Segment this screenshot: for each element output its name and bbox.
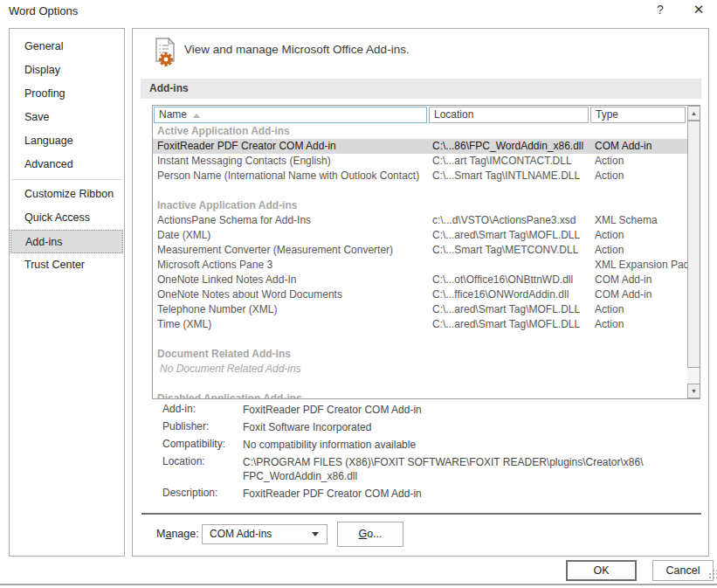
addins-page-icon <box>151 37 181 72</box>
sidebar-item-trust-center[interactable]: Trust Center <box>10 253 124 277</box>
table-row[interactable]: FoxitReader PDF Creator COM Add-inC:\...… <box>153 139 687 154</box>
sort-ascending-icon <box>193 114 200 118</box>
addins-list: Name Location Type Active Application Ad… <box>152 105 700 399</box>
column-header-type[interactable]: Type <box>590 107 686 123</box>
detail-row: Compatibility:No compatibility informati… <box>162 438 686 452</box>
detail-value: Foxit Software Incorporated <box>243 420 371 434</box>
table-row[interactable]: Telephone Number (XML)C:\...ared\Smart T… <box>153 302 687 317</box>
manage-divider <box>141 513 701 515</box>
table-section-row: Active Application Add-ins <box>153 124 687 139</box>
table-row[interactable]: Instant Messaging Contacts (English)C:\.… <box>153 154 687 169</box>
table-section-row: Disabled Application Add-ins <box>153 391 687 399</box>
detail-value: C:\PROGRAM FILES (X86)\FOXIT SOFTWARE\FO… <box>243 455 644 483</box>
table-row[interactable]: Microsoft Actions Pane 3XML Expansion Pa… <box>153 258 687 273</box>
detail-label: Publisher: <box>162 420 243 434</box>
scrollbar-thumb[interactable] <box>687 121 700 368</box>
ok-button[interactable]: OK <box>566 560 637 581</box>
scroll-up-icon[interactable]: ▲ <box>687 106 700 121</box>
vertical-scrollbar[interactable]: ▲ ▼ <box>687 106 700 398</box>
manage-dropdown-value: COM Add-ins <box>210 528 272 540</box>
detail-row: Publisher:Foxit Software Incorporated <box>162 420 686 434</box>
table-row[interactable]: Measurement Converter (Measurement Conve… <box>153 243 687 258</box>
manage-label: Manage: <box>156 528 199 540</box>
page-description: View and manage Microsoft Office Add-ins… <box>184 43 410 56</box>
dialog-title: Word Options <box>9 4 78 17</box>
sidebar-divider <box>11 179 122 180</box>
column-header-name[interactable]: Name <box>154 107 427 123</box>
resize-grip[interactable] <box>709 577 711 578</box>
help-icon[interactable]: ? <box>651 3 670 20</box>
table-row[interactable]: OneNote Notes about Word DocumentsC:\...… <box>153 287 687 302</box>
detail-value: FoxitReader PDF Creator COM Add-in <box>243 403 422 417</box>
manage-dropdown[interactable]: COM Add-ins <box>202 524 327 544</box>
table-section-row: Inactive Application Add-ins <box>153 198 687 213</box>
scroll-down-icon[interactable]: ▼ <box>687 384 700 398</box>
gear-icon <box>159 52 173 66</box>
table-row[interactable]: Person Name (International Name with Out… <box>153 169 687 183</box>
table-empty-row <box>153 332 687 347</box>
sidebar-item-quick-access-toolbar[interactable]: Quick Access Toolbar <box>10 206 124 230</box>
main-panel: View and manage Microsoft Office Add-ins… <box>132 28 709 557</box>
table-note-row: No Document Related Add-ins <box>153 362 687 377</box>
column-header-location[interactable]: Location <box>429 107 589 123</box>
sidebar-item-add-ins[interactable]: Add-ins <box>10 230 123 253</box>
sidebar-item-advanced[interactable]: Advanced <box>10 153 124 176</box>
table-empty-row <box>153 377 687 391</box>
detail-value: No compatibility information available <box>243 438 416 452</box>
detail-label: Add-in: <box>162 403 243 417</box>
addin-details: Add-in:FoxitReader PDF Creator COM Add-i… <box>162 403 686 504</box>
table-empty-row <box>153 183 687 198</box>
table-row[interactable]: OneNote Linked Notes Add-InC:\...ot\Offi… <box>153 273 687 287</box>
addin-rows: Active Application Add-insFoxitReader PD… <box>153 124 687 399</box>
sidebar-item-proofing[interactable]: Proofing <box>10 82 124 106</box>
detail-label: Description: <box>162 487 243 501</box>
word-options-dialog: Word Options ? ✕ GeneralDisplayProofingS… <box>0 0 717 588</box>
detail-label: Location: <box>162 455 243 483</box>
window-bottom-edge <box>0 584 717 585</box>
sidebar-item-save[interactable]: Save <box>10 106 124 129</box>
detail-row: Location:C:\PROGRAM FILES (X86)\FOXIT SO… <box>162 455 686 483</box>
sidebar-item-language[interactable]: Language <box>10 129 124 153</box>
chevron-down-icon <box>312 532 319 536</box>
detail-label: Compatibility: <box>162 438 243 452</box>
cancel-button[interactable]: Cancel <box>652 560 714 581</box>
table-row[interactable]: Time (XML)C:\...ared\Smart Tag\MOFL.DLLA… <box>153 317 687 332</box>
close-icon[interactable]: ✕ <box>688 2 709 19</box>
table-row[interactable]: ActionsPane Schema for Add-Insc:\...d\VS… <box>153 213 687 228</box>
detail-row: Add-in:FoxitReader PDF Creator COM Add-i… <box>162 403 686 417</box>
detail-value: FoxitReader PDF Creator COM Add-in <box>243 487 422 501</box>
section-title: Add-ins <box>149 82 189 94</box>
go-button[interactable]: Go... <box>337 522 403 547</box>
sidebar-item-customize-ribbon[interactable]: Customize Ribbon <box>10 183 124 206</box>
sidebar-item-general[interactable]: General <box>10 35 124 59</box>
addins-section-header: Add-ins <box>141 79 701 99</box>
table-row[interactable]: Date (XML)C:\...ared\Smart Tag\MOFL.DLLA… <box>153 228 687 243</box>
detail-row: Description:FoxitReader PDF Creator COM … <box>162 487 686 501</box>
sidebar-item-display[interactable]: Display <box>10 59 124 82</box>
sidebar-nav: GeneralDisplayProofingSaveLanguageAdvanc… <box>9 28 125 557</box>
table-section-row: Document Related Add-ins <box>153 347 687 362</box>
title-bar: Word Options ? ✕ <box>0 0 717 23</box>
